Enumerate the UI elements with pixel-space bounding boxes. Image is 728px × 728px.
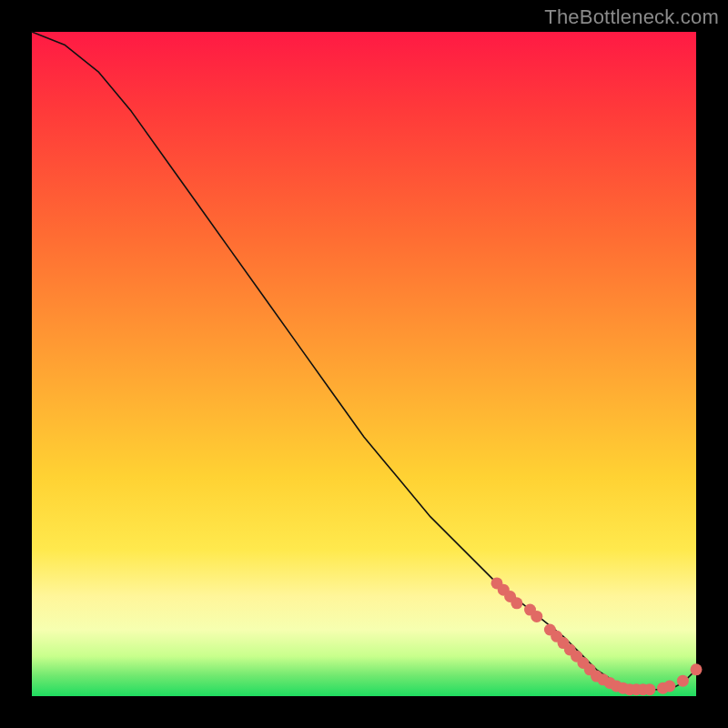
curve-markers <box>491 577 703 695</box>
chart-frame: TheBottleneck.com <box>0 0 728 728</box>
watermark-text: TheBottleneck.com <box>544 5 719 29</box>
plot-area <box>32 32 696 696</box>
data-marker <box>677 675 689 687</box>
data-marker <box>663 681 675 693</box>
bottleneck-curve <box>32 32 696 690</box>
data-marker <box>691 663 703 675</box>
data-marker <box>511 597 522 609</box>
chart-svg <box>32 32 696 696</box>
data-marker <box>643 683 655 695</box>
data-marker <box>531 611 542 622</box>
